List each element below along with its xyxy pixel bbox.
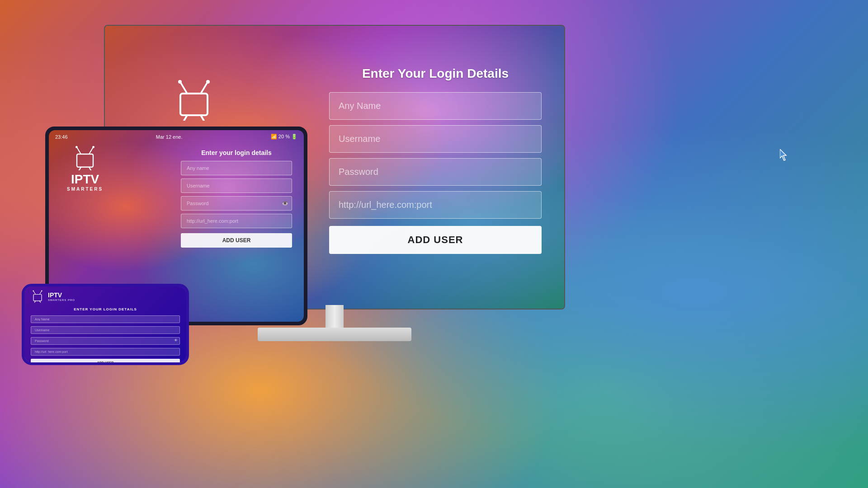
- tablet-status-bar: 23:46 Mar 12 ene. 📶 20 % 🔋: [55, 134, 297, 140]
- svg-rect-4: [180, 94, 208, 115]
- phone-username-input[interactable]: [31, 326, 180, 334]
- tv-username-input[interactable]: [329, 125, 542, 153]
- tv-logo-icon: [171, 80, 217, 122]
- phone-url-input[interactable]: [31, 348, 180, 356]
- svg-point-10: [92, 146, 94, 148]
- tablet-form-area: Enter your login details 👁️ ADD USER: [175, 144, 297, 253]
- svg-point-17: [41, 291, 42, 291]
- tv-any-name-input[interactable]: [329, 92, 542, 120]
- svg-line-2: [201, 82, 208, 94]
- phone-password-toggle-icon[interactable]: 👁: [174, 338, 178, 343]
- svg-line-14: [33, 291, 36, 295]
- svg-line-9: [89, 147, 93, 154]
- tablet-add-user-button[interactable]: ADD USER: [181, 233, 292, 248]
- phone-form-title: ENTER YOUR LOGIN DETAILS: [24, 307, 186, 311]
- tablet-logo-iptv: IPTV: [67, 172, 103, 187]
- tablet-date: Mar 12 ene.: [156, 134, 183, 140]
- svg-rect-11: [77, 154, 93, 167]
- tablet-password-wrapper: 👁️: [181, 196, 292, 211]
- phone-screen: IPTV SMARTERS PRO ENTER YOUR LOGIN DETAI…: [24, 286, 186, 362]
- tablet-battery-level: 20 %: [278, 134, 290, 139]
- tablet-password-toggle-icon[interactable]: 👁️: [282, 200, 288, 206]
- tv-stand-neck: [326, 305, 344, 328]
- phone-logo-area: IPTV SMARTERS PRO: [24, 286, 186, 303]
- phone-add-user-button[interactable]: ADD USER: [31, 359, 180, 365]
- phone-any-name-input[interactable]: [31, 315, 180, 323]
- tablet-wifi-icon: 📶: [271, 134, 277, 139]
- tablet-battery: 📶 20 % 🔋: [271, 134, 297, 140]
- cursor: [780, 149, 789, 163]
- tablet-logo-area: IPTV SMARTERS: [67, 146, 103, 192]
- phone-logo-text: IPTV SMARTERS PRO: [48, 291, 75, 301]
- tablet-time: 23:46: [55, 134, 68, 140]
- tablet-any-name-input[interactable]: [181, 161, 292, 175]
- phone-frame: IPTV SMARTERS PRO ENTER YOUR LOGIN DETAI…: [22, 284, 189, 365]
- phone-form-area: 👁 ADD USER: [24, 311, 186, 365]
- tablet-logo-smarters: SMARTERS: [67, 187, 103, 192]
- svg-point-1: [178, 80, 182, 84]
- tv-form-container: Enter Your Login Details ADD USER: [320, 57, 551, 263]
- tv-url-input[interactable]: [329, 191, 542, 219]
- tablet-battery-icon: 🔋: [291, 134, 297, 139]
- svg-line-0: [180, 82, 187, 94]
- svg-point-3: [206, 80, 210, 84]
- svg-point-8: [75, 146, 78, 148]
- tablet-form-title: Enter your login details: [181, 149, 292, 156]
- tv-stand-base: [258, 328, 411, 341]
- svg-marker-21: [780, 149, 786, 160]
- phone-logo-iptv: IPTV: [48, 291, 75, 299]
- svg-line-7: [77, 147, 81, 154]
- tv-form-title: Enter Your Login Details: [329, 66, 542, 81]
- tablet-username-input[interactable]: [181, 178, 292, 193]
- tv-add-user-button[interactable]: ADD USER: [329, 226, 542, 254]
- phone-device: IPTV SMARTERS PRO ENTER YOUR LOGIN DETAI…: [22, 284, 189, 365]
- svg-line-16: [40, 291, 42, 295]
- phone-password-input[interactable]: [31, 337, 180, 345]
- phone-password-wrapper: 👁: [31, 336, 180, 345]
- phone-logo-smarters: SMARTERS PRO: [48, 299, 75, 301]
- svg-point-15: [33, 291, 34, 291]
- tablet-password-input[interactable]: [181, 196, 292, 211]
- tv-password-input[interactable]: [329, 158, 542, 186]
- tablet-url-input[interactable]: [181, 214, 292, 228]
- svg-rect-18: [33, 295, 42, 301]
